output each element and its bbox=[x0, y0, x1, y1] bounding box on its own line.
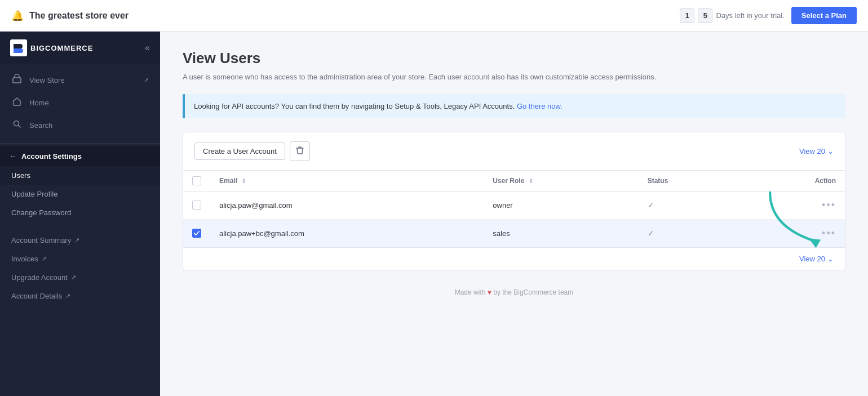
chevron-down-bottom-icon: ⌄ bbox=[827, 255, 834, 263]
sidebar-item-invoices[interactable]: Invoices ↗ bbox=[0, 250, 160, 268]
row1-email-cell: alicja.paw@gmail.com bbox=[210, 191, 484, 219]
row1-action-cell: ••• bbox=[741, 191, 845, 219]
view-count-label: View 20 bbox=[799, 147, 825, 155]
table-row: alicja.paw@gmail.com owner ✓ ••• bbox=[183, 191, 845, 219]
account-settings-section[interactable]: ← Account Settings bbox=[0, 146, 160, 166]
col-action: Action bbox=[741, 171, 845, 192]
select-plan-button[interactable]: Select a Plan bbox=[791, 7, 857, 24]
row2-role-cell: sales bbox=[484, 219, 638, 247]
search-label: Search bbox=[29, 121, 52, 130]
col-email: Email ⇕ bbox=[210, 171, 484, 192]
users-content-card: Create a User Account View 20 ⌄ bbox=[183, 132, 845, 270]
row2-action-cell: ••• bbox=[741, 219, 845, 247]
sidebar-item-home[interactable]: Home bbox=[0, 91, 160, 114]
chevron-down-icon: ⌄ bbox=[827, 147, 834, 155]
trash-icon bbox=[296, 146, 304, 155]
row1-status-check: ✓ bbox=[648, 201, 654, 210]
store-icon bbox=[11, 74, 23, 86]
footer: Made with ♥ by the BigCommerce team bbox=[183, 288, 845, 308]
logo: BIGCOMMERCE bbox=[10, 39, 93, 56]
collapse-sidebar-icon[interactable]: « bbox=[145, 43, 150, 53]
card-toolbar: Create a User Account View 20 ⌄ bbox=[183, 132, 845, 171]
layout: BIGCOMMERCE « View Store ↗ Home bbox=[0, 32, 868, 396]
bigcommerce-logo-icon bbox=[10, 39, 27, 56]
page-title: View Users bbox=[183, 50, 845, 67]
row2-action-menu[interactable]: ••• bbox=[822, 228, 836, 239]
home-icon bbox=[11, 97, 23, 108]
top-bar-right: 1 5 Days left in your trial. Select a Pl… bbox=[680, 7, 857, 24]
back-arrow-icon: ← bbox=[9, 152, 17, 161]
view-count-dropdown[interactable]: View 20 ⌄ bbox=[799, 147, 834, 155]
notification-icon[interactable]: 🔔 bbox=[11, 10, 24, 22]
row1-action-menu[interactable]: ••• bbox=[822, 199, 836, 211]
trial-days: 1 5 Days left in your trial. bbox=[680, 8, 784, 23]
table-header: Email ⇕ User Role ⇕ Status Act bbox=[183, 171, 845, 192]
table-row: alicja.paw+bc@gmail.com sales ✓ ••• bbox=[183, 219, 845, 247]
table-container: Email ⇕ User Role ⇕ Status Act bbox=[183, 171, 845, 247]
table-body: alicja.paw@gmail.com owner ✓ ••• bbox=[183, 191, 845, 247]
sidebar-nav: View Store ↗ Home Search bbox=[0, 64, 160, 141]
main-content: View Users A user is someone who has acc… bbox=[160, 32, 868, 396]
row1-role-cell: owner bbox=[484, 191, 638, 219]
delete-button[interactable] bbox=[290, 141, 310, 161]
banner-text: Looking for API accounts? You can find t… bbox=[194, 102, 515, 110]
col-select bbox=[183, 171, 210, 192]
sidebar-logo: BIGCOMMERCE « bbox=[0, 32, 160, 64]
row2-status-check: ✓ bbox=[648, 229, 654, 238]
home-label: Home bbox=[29, 99, 49, 107]
sidebar-item-account-summary[interactable]: Account Summary ↗ bbox=[0, 231, 160, 250]
logo-text: BIGCOMMERCE bbox=[30, 44, 93, 52]
sidebar-item-users[interactable]: Users bbox=[0, 166, 160, 185]
row2-select-cell bbox=[183, 219, 210, 247]
sidebar-item-view-store[interactable]: View Store ↗ bbox=[0, 69, 160, 91]
search-icon bbox=[11, 119, 23, 131]
create-user-button[interactable]: Create a User Account bbox=[194, 143, 285, 160]
view-store-label: View Store bbox=[29, 76, 65, 84]
trial-day1-badge: 1 bbox=[680, 8, 694, 23]
row1-select-cell bbox=[183, 191, 210, 219]
row2-status-cell: ✓ bbox=[639, 219, 741, 247]
ext-icon-account-summary: ↗ bbox=[74, 237, 79, 244]
sidebar-item-account-details[interactable]: Account Details ↗ bbox=[0, 287, 160, 305]
view-count-bottom-label: View 20 bbox=[799, 255, 825, 263]
row1-checkbox[interactable] bbox=[192, 201, 201, 210]
select-all-checkbox[interactable] bbox=[192, 176, 201, 185]
sidebar-divider bbox=[0, 143, 160, 144]
card-footer: View 20 ⌄ bbox=[183, 247, 845, 270]
info-banner: Looking for API accounts? You can find t… bbox=[183, 94, 845, 118]
svg-rect-1 bbox=[13, 78, 21, 83]
external-link-icon: ↗ bbox=[144, 77, 149, 84]
ext-icon-invoices: ↗ bbox=[42, 255, 47, 262]
row2-checkbox[interactable] bbox=[192, 229, 201, 238]
sidebar-item-change-password[interactable]: Change Password bbox=[0, 203, 160, 222]
trial-text: Days left in your trial. bbox=[716, 11, 784, 20]
sidebar-item-update-profile[interactable]: Update Profile bbox=[0, 185, 160, 203]
email-sort-icon[interactable]: ⇕ bbox=[241, 178, 246, 184]
heart-icon: ♥ bbox=[488, 288, 493, 296]
sidebar-sub-nav: Users Update Profile Change Password bbox=[0, 166, 160, 222]
store-name: The greatest store ever bbox=[29, 11, 129, 21]
sidebar-item-upgrade-account[interactable]: Upgrade Account ↗ bbox=[0, 268, 160, 287]
view-count-bottom[interactable]: View 20 ⌄ bbox=[799, 255, 834, 263]
sidebar-item-search[interactable]: Search bbox=[0, 114, 160, 136]
ext-icon-upgrade-account: ↗ bbox=[71, 274, 76, 281]
sidebar: BIGCOMMERCE « View Store ↗ Home bbox=[0, 32, 160, 396]
users-table: Email ⇕ User Role ⇕ Status Act bbox=[183, 171, 845, 247]
banner-link[interactable]: Go there now. bbox=[517, 102, 563, 110]
col-role: User Role ⇕ bbox=[484, 171, 638, 192]
top-bar: 🔔 The greatest store ever 1 5 Days left … bbox=[0, 0, 868, 32]
row2-email-cell: alicja.paw+bc@gmail.com bbox=[210, 219, 484, 247]
page-description: A user is someone who has access to the … bbox=[183, 72, 845, 83]
col-status: Status bbox=[639, 171, 741, 192]
row1-status-cell: ✓ bbox=[639, 191, 741, 219]
trial-day2-badge: 5 bbox=[698, 8, 712, 23]
account-settings-label: Account Settings bbox=[21, 152, 82, 161]
top-bar-left: 🔔 The greatest store ever bbox=[11, 10, 129, 22]
role-sort-icon[interactable]: ⇕ bbox=[529, 178, 533, 184]
ext-icon-account-details: ↗ bbox=[65, 292, 70, 300]
